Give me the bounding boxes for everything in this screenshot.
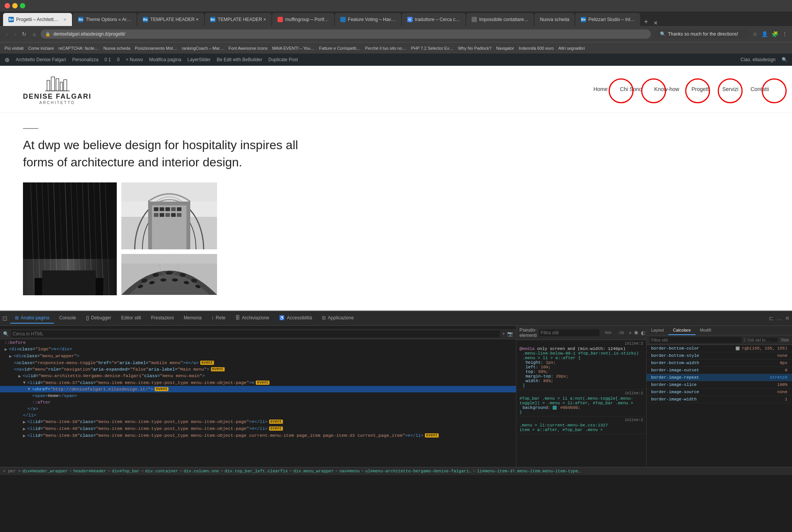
bookmark-php[interactable]: PHP 7.2 Selector Ex… [411, 46, 453, 50]
tab-close[interactable]: ✕ [63, 17, 67, 22]
bookmark-posizionamento[interactable]: Posizionamento Mot… [135, 46, 177, 50]
tab-template1[interactable]: Be TEMPLATE HEADER × [137, 13, 204, 26]
expand-icon[interactable]: ▶ [9, 353, 12, 359]
breadcrumb-topbar[interactable]: div#Top_bar [112, 469, 140, 473]
expand-icon[interactable]: ▼ [28, 387, 30, 392]
bookmark-nuova[interactable]: Nuova scheda [103, 46, 130, 50]
html-line-li38[interactable]: ▶ <li id= "menu-item-38" class= "menu-it… [0, 432, 516, 439]
bookmark-iniziare[interactable]: Come iniziare [28, 46, 54, 50]
html-line-nav[interactable]: <nav id= "menu" role= "navigation" aria-… [0, 366, 516, 373]
html-line-li-close[interactable]: </li> [0, 412, 516, 418]
wp-search[interactable]: 🔍 [782, 57, 787, 62]
devtools-tab-storage[interactable]: 🗄 Archiviazione [231, 313, 274, 324]
right-tab-modify[interactable]: Modifi [696, 326, 716, 335]
breadcrumb-topbarleft[interactable]: div.top_bar_left.clearfix [225, 469, 288, 473]
profile-icon[interactable]: 👤 [761, 31, 768, 37]
html-line-logo-div[interactable]: ▶ <div class= "logo" >≡</div> [0, 346, 516, 353]
html-search-input[interactable] [11, 330, 500, 337]
browser-menu-icon[interactable]: ⋮ [782, 31, 787, 37]
expand-icon[interactable]: ▶ [23, 419, 26, 425]
address-field[interactable]: 🔒 denisefalgari.ellasdesign.it/progetti/ [41, 29, 651, 39]
tab-muffin[interactable]: muffingroup – Portf… [272, 13, 334, 26]
html-line-a-selected[interactable]: ▼ <a href= "http://denisefalgari.ellasde… [0, 386, 516, 392]
html-line-responsive-toggle[interactable]: <a class= "responsive-menu-toggle" href=… [0, 360, 516, 366]
devtools-tab-accessibility[interactable]: ♿ Accessibilità [274, 313, 317, 324]
wp-edit-page[interactable]: Modifica pagina [149, 57, 181, 62]
css-filter-input[interactable] [539, 329, 599, 336]
breadcrumb-divwrapper[interactable]: div#Header_wrapper [22, 469, 68, 473]
right-tab-calculate[interactable]: Calcolare [668, 326, 695, 335]
devtools-tab-console[interactable]: Console [55, 313, 81, 324]
html-add-node-icon[interactable]: + [502, 331, 505, 337]
bookmark-indennita[interactable]: Indennità 600 euro [519, 46, 554, 50]
browser-menu-icon[interactable]: ✕ [653, 20, 658, 26]
portfolio-image-top-right[interactable] [121, 182, 217, 249]
breadcrumb-column[interactable]: div.column.one [184, 469, 219, 473]
wp-duplicate[interactable]: Duplicate Post [268, 57, 298, 62]
html-line-span-home[interactable]: <span> Home </span> [0, 392, 516, 399]
nav-contatti[interactable]: Contatti [751, 86, 769, 92]
devtools-tab-debugger[interactable]: {} Debugger [82, 313, 116, 324]
bookmark-altri[interactable]: Altri segnalibri [558, 46, 585, 50]
breadcrumb-navmenu[interactable]: nav#menu [340, 469, 360, 473]
color-swatch[interactable] [553, 406, 557, 410]
devtools-tab-performance[interactable]: Prestazioni [147, 313, 178, 324]
breadcrumb-menuwrapper[interactable]: div.menu_wrapper [293, 469, 334, 473]
site-logo[interactable]: DENISE FALGARI ARCHITETTO [23, 73, 91, 105]
right-tab-layout[interactable]: Layout [647, 326, 668, 335]
right-filter-input2[interactable] [747, 338, 778, 342]
breadcrumb-container[interactable]: div.container [145, 469, 178, 473]
extensions-icon[interactable]: 🧩 [772, 31, 778, 37]
expand-icon[interactable]: ▶ [23, 433, 26, 438]
tab-pelizzari[interactable]: Be Pelizzari Studio – Int… [575, 13, 640, 26]
html-line-before[interactable]: ::before [0, 339, 516, 346]
bookmark-recaptcha[interactable]: reCAPTCHA: facile… [59, 46, 99, 50]
bookmark-icon[interactable]: ☆ [753, 31, 758, 37]
new-tab-button[interactable]: + [641, 18, 651, 26]
cls-button[interactable]: .cls [616, 330, 626, 335]
traffic-light-yellow[interactable] [12, 3, 18, 8]
bookmark-perche[interactable]: Perché il tuo sito no… [365, 46, 407, 50]
expand-icon[interactable]: ▶ [18, 373, 21, 379]
devtools-tab-application[interactable]: ⊟ Applicazione [317, 313, 358, 324]
devtools-cursor-icon[interactable]: ⊡ [2, 315, 7, 322]
tab-feature[interactable]: Feature Voting – Hav… [335, 13, 401, 26]
home-button[interactable]: ⌂ [31, 30, 37, 38]
devtools-close-icon[interactable]: ✕ [785, 315, 790, 321]
tab-theme-options[interactable]: Be Theme Options « Ar… [73, 13, 137, 26]
dark-mode-icon[interactable]: ◐ [641, 330, 645, 336]
bookmark-fatture[interactable]: Fatture e Corrispetti… [319, 46, 361, 50]
bookmark-nopadlock[interactable]: Why No Padlock? [458, 46, 491, 50]
plus-icon[interactable]: + [629, 330, 632, 336]
hov-button[interactable]: :hov [602, 330, 614, 335]
traffic-light-red[interactable] [5, 3, 10, 8]
expand-icon[interactable]: ▼ [23, 380, 26, 385]
nav-home[interactable]: Home [593, 86, 607, 92]
html-line-after[interactable]: ::after [0, 399, 516, 405]
bookmark-fontawesome[interactable]: Font Awesome Icons [229, 46, 268, 50]
devtools-more-icon[interactable]: … [777, 315, 782, 321]
traffic-light-green[interactable] [20, 3, 25, 8]
devtools-tab-inspector[interactable]: ⊞ Analisi pagina [10, 313, 54, 324]
bookmark-navigator[interactable]: Navigator [496, 46, 514, 50]
forward-button[interactable]: › [13, 30, 18, 38]
devtools-dock-icon[interactable]: ⊏ [769, 315, 774, 321]
html-line-menu-wrapper[interactable]: ▶ <div class= "menu_wrapper" > [0, 353, 516, 360]
wp-moderation[interactable]: 0 [117, 57, 120, 62]
wp-be-builder[interactable]: Be Edit with BeBuilder [217, 57, 262, 62]
nav-servizi[interactable]: Servizi [722, 86, 738, 92]
bookmark-maia[interactable]: MAIA EVENTI – You… [272, 46, 315, 50]
html-line-li37[interactable]: ▼ <li id= "menu-item-37" class= "menu-it… [0, 379, 516, 386]
reload-button[interactable]: ↻ [20, 30, 28, 38]
tab-impossible[interactable]: Impossibile contattare… [466, 13, 534, 26]
breadcrumb-li[interactable]: li#menu-item-37.menu-item.menu-item-type… [477, 469, 581, 473]
devtools-tab-styles[interactable]: Editor stili [116, 313, 145, 324]
nav-chi-sono[interactable]: Chi Sono [620, 86, 642, 92]
html-line-a-close[interactable]: </a> [0, 405, 516, 412]
html-line-li39[interactable]: ▶ <li id= "menu-item-39" class= "menu-it… [0, 418, 516, 425]
tab-template2[interactable]: Be TEMPLATE HEADER × [205, 13, 271, 26]
tab-new[interactable]: Nuova scheda [534, 13, 575, 26]
html-screenshot-icon[interactable]: 📷 [507, 331, 513, 337]
wp-customize[interactable]: Personalizza [72, 57, 98, 62]
devtools-tab-network[interactable]: ↕ Rete [207, 313, 230, 324]
